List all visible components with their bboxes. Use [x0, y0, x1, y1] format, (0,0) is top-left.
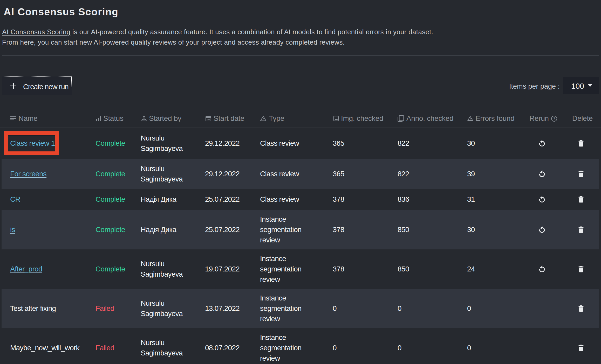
svg-text:?: ? — [553, 116, 555, 121]
